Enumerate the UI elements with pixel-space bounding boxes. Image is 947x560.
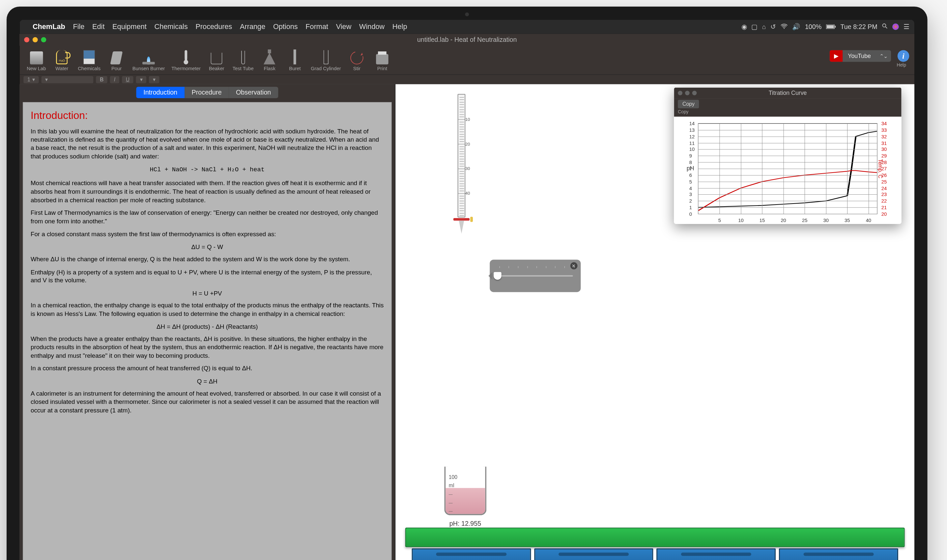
lab-workspace[interactable]: 100 ml ———— pH: 12.955 10203040 ✕ [396, 84, 915, 560]
flow-rate-slider[interactable] [497, 275, 573, 276]
window-minimize-button[interactable] [32, 37, 38, 43]
tool-test-tube[interactable]: Test Tube [231, 48, 256, 72]
chart-copy-label: Copy [678, 109, 688, 115]
help-label: Help [896, 63, 906, 68]
doc-para: In a chemical reaction, the enthalpy cha… [31, 302, 384, 318]
underline-button[interactable]: U [122, 76, 134, 83]
window-zoom-button[interactable] [41, 37, 46, 43]
tool-water[interactable]: Water [51, 48, 73, 72]
bench-drawer [656, 548, 776, 560]
doc-viewer[interactable]: Introduction: In this lab you will exami… [23, 102, 391, 560]
wifi-icon[interactable] [781, 23, 788, 31]
font-size-selector[interactable]: 1 ▾ [23, 76, 38, 83]
bold-button[interactable]: B [96, 76, 108, 83]
tool-grad-cylinder[interactable]: Grad Cylinder [309, 48, 343, 72]
creative-cloud-icon[interactable]: ◉ [741, 23, 747, 31]
doc-equation: Q = ΔH [31, 377, 384, 385]
menu-window[interactable]: Window [359, 22, 385, 31]
svg-point-0 [784, 28, 785, 29]
menu-file[interactable]: File [73, 22, 84, 31]
tool-flask[interactable]: Flask [258, 48, 281, 72]
menu-view[interactable]: View [336, 22, 351, 31]
chart-copy-button[interactable]: Copy [678, 100, 699, 108]
youtube-icon: ▶ [830, 50, 842, 62]
tool-stir[interactable]: Stir [345, 48, 368, 72]
font-selector[interactable]: ▾ [41, 76, 93, 83]
macos-menubar: ChemLab File Edit Equipment Chemicals Pr… [20, 20, 915, 34]
app-name[interactable]: ChemLab [32, 22, 65, 31]
lab-bench [405, 528, 905, 560]
bench-drawer [534, 548, 653, 560]
tool-print[interactable]: Print [371, 48, 393, 72]
slider-thumb[interactable] [494, 272, 502, 280]
clock[interactable]: Tue 8:22 PM [841, 23, 878, 31]
ph-readout: pH: 12.955 [441, 520, 490, 528]
chart-traffic-lights[interactable] [678, 91, 697, 95]
spotlight-icon[interactable] [882, 23, 888, 31]
doc-equation: ΔU = Q - W [31, 243, 384, 251]
buret-stopcock[interactable] [453, 218, 470, 221]
buret-tip [459, 221, 464, 234]
bench-drawer [411, 548, 531, 560]
menu-arrange[interactable]: Arrange [240, 22, 265, 31]
menu-format[interactable]: Format [305, 22, 328, 31]
tool-bunsen-burner[interactable]: Bunsen Burner [131, 48, 167, 72]
bench-top [405, 528, 905, 547]
beaker-graduations: 100 ml ———— [449, 473, 457, 515]
spacing-selector[interactable]: ▾ [149, 76, 160, 83]
siri-icon[interactable] [892, 23, 899, 30]
doc-para: First Law of Thermodynamics is the law o… [31, 209, 384, 226]
menu-edit[interactable]: Edit [92, 22, 105, 31]
tool-thermometer[interactable]: Thermometer [169, 48, 203, 72]
tool-pour[interactable]: Pour [105, 48, 128, 72]
menu-equipment[interactable]: Equipment [112, 22, 146, 31]
chart-body: pH Temp. C 01234567891011121314202122232… [674, 117, 901, 224]
doc-para: In a constant pressure process the amoun… [31, 364, 384, 372]
documentation-panel: Introduction Procedure Observation Intro… [20, 84, 396, 560]
menu-options[interactable]: Options [273, 22, 298, 31]
beaker-equipment[interactable]: 100 ml ———— pH: 12.955 [441, 467, 490, 528]
menu-procedures[interactable]: Procedures [196, 22, 232, 31]
window-close-button[interactable] [24, 37, 29, 43]
doc-heading: Introduction: [31, 109, 384, 123]
doc-para: When the products have a greater enthalp… [31, 335, 384, 360]
titration-curve-window[interactable]: Titration Curve Copy Copy pH Temp. C 012… [674, 88, 901, 224]
tool-new-lab[interactable]: New Lab [25, 48, 48, 72]
main-toolbar: New Lab Water Chemicals Pour Bunsen Burn… [20, 45, 915, 74]
chart-window-titlebar[interactable]: Titration Curve [674, 88, 901, 99]
menu-chemicals[interactable]: Chemicals [154, 22, 188, 31]
alignment-selector[interactable]: ▾ [136, 76, 146, 83]
svg-line-5 [885, 27, 887, 28]
camera-notch [465, 12, 469, 17]
info-button[interactable]: i [898, 50, 909, 62]
battery-percent[interactable]: 100% [805, 23, 821, 31]
doc-para: For a closed constant mass system the fi… [31, 230, 384, 238]
timemachine-icon[interactable]: ↺ [770, 23, 776, 31]
tool-chemicals[interactable]: Chemicals [76, 48, 103, 72]
doc-equation: ΔH = ΔH (products) - ΔH (Reactants) [31, 323, 384, 331]
tool-beaker[interactable]: Beaker [205, 48, 228, 72]
display-icon[interactable]: ▢ [751, 23, 758, 31]
volume-icon[interactable]: 🔊 [792, 23, 801, 31]
airplay-icon[interactable]: ⌂ [762, 23, 766, 31]
doc-equation: H = U +PV [31, 289, 384, 297]
tab-procedure[interactable]: Procedure [185, 87, 229, 98]
chart-toolbar: Copy Copy [674, 98, 901, 117]
svg-rect-2 [827, 25, 834, 28]
chart-plot-area: pH Temp. C 01234567891011121314202122232… [698, 123, 877, 214]
tool-buret[interactable]: Buret [284, 48, 306, 72]
buret-equipment[interactable]: 10203040 [456, 94, 466, 237]
svg-point-4 [882, 24, 886, 27]
notification-center-icon[interactable]: ☰ [904, 23, 909, 31]
tab-observation[interactable]: Observation [229, 87, 278, 98]
menu-help[interactable]: Help [393, 22, 407, 31]
tab-introduction[interactable]: Introduction [136, 87, 184, 98]
content-split: Introduction Procedure Observation Intro… [20, 84, 915, 560]
doc-tabbar: Introduction Procedure Observation [20, 84, 395, 101]
window-titlebar: untitled.lab - Heat of Neutralization [20, 34, 915, 45]
italic-button[interactable]: I [110, 76, 119, 83]
doc-para: Enthalpy (H) is a property of a system a… [31, 268, 384, 285]
battery-icon[interactable] [826, 23, 836, 31]
doc-para: Where ΔU is the change of internal energ… [31, 255, 384, 263]
youtube-button[interactable]: ▶ YouTube ⌃⌄ [830, 50, 891, 62]
